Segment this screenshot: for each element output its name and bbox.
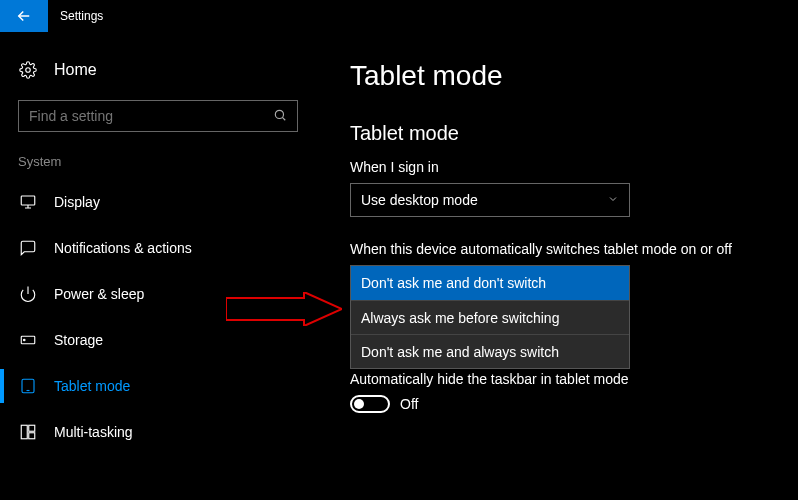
hide-taskbar-toggle-row: Off: [350, 395, 798, 413]
power-icon: [18, 285, 38, 303]
sidebar-group-label: System: [18, 154, 320, 169]
hide-taskbar-label: Automatically hide the taskbar in tablet…: [350, 371, 798, 387]
page-title: Tablet mode: [350, 60, 798, 92]
monitor-icon: [18, 193, 38, 211]
tablet-icon: [18, 377, 38, 395]
sidebar-item-multitasking[interactable]: Multi-tasking: [18, 409, 320, 455]
svg-rect-7: [29, 425, 35, 431]
sidebar-item-storage[interactable]: Storage: [18, 317, 320, 363]
svg-point-4: [24, 339, 26, 341]
content: Home System Display Notifications & acti…: [0, 32, 798, 500]
sidebar-item-label: Power & sleep: [54, 286, 144, 302]
sidebar-item-label: Tablet mode: [54, 378, 130, 394]
sidebar-home[interactable]: Home: [18, 50, 320, 90]
search-icon: [273, 108, 287, 125]
signin-select-value: Use desktop mode: [361, 192, 478, 208]
multitask-icon: [18, 423, 38, 441]
sidebar-item-label: Display: [54, 194, 100, 210]
svg-rect-2: [21, 196, 35, 205]
sidebar-item-power[interactable]: Power & sleep: [18, 271, 320, 317]
search-box[interactable]: [18, 100, 298, 132]
message-icon: [18, 239, 38, 257]
sidebar-item-label: Multi-tasking: [54, 424, 133, 440]
sidebar-home-label: Home: [54, 61, 97, 79]
svg-point-0: [26, 68, 31, 73]
svg-point-1: [275, 110, 283, 118]
gear-icon: [18, 61, 38, 79]
back-button[interactable]: [0, 0, 48, 32]
sidebar: Home System Display Notifications & acti…: [0, 32, 320, 500]
arrow-left-icon: [15, 7, 33, 25]
sidebar-item-tablet-mode[interactable]: Tablet mode: [18, 363, 320, 409]
search-input[interactable]: [29, 108, 273, 124]
titlebar: Settings: [0, 0, 798, 32]
svg-rect-8: [29, 433, 35, 439]
switch-dropdown[interactable]: Don't ask me and don't switch Always ask…: [350, 265, 630, 369]
section-title: Tablet mode: [350, 122, 798, 145]
app-title: Settings: [60, 9, 103, 23]
signin-select[interactable]: Use desktop mode: [350, 183, 630, 217]
svg-rect-6: [21, 425, 27, 439]
hide-taskbar-value: Off: [400, 396, 418, 412]
switch-option-0[interactable]: Don't ask me and don't switch: [351, 266, 629, 300]
storage-icon: [18, 331, 38, 349]
sidebar-item-label: Storage: [54, 332, 103, 348]
switch-option-2[interactable]: Don't ask me and always switch: [351, 334, 629, 368]
sidebar-item-label: Notifications & actions: [54, 240, 192, 256]
sidebar-item-display[interactable]: Display: [18, 179, 320, 225]
chevron-down-icon: [607, 193, 619, 208]
signin-label: When I sign in: [350, 159, 798, 175]
main: Tablet mode Tablet mode When I sign in U…: [320, 32, 798, 500]
hide-taskbar-toggle[interactable]: [350, 395, 390, 413]
switch-option-1[interactable]: Always ask me before switching: [351, 300, 629, 334]
switch-label: When this device automatically switches …: [350, 241, 798, 257]
sidebar-item-notifications[interactable]: Notifications & actions: [18, 225, 320, 271]
